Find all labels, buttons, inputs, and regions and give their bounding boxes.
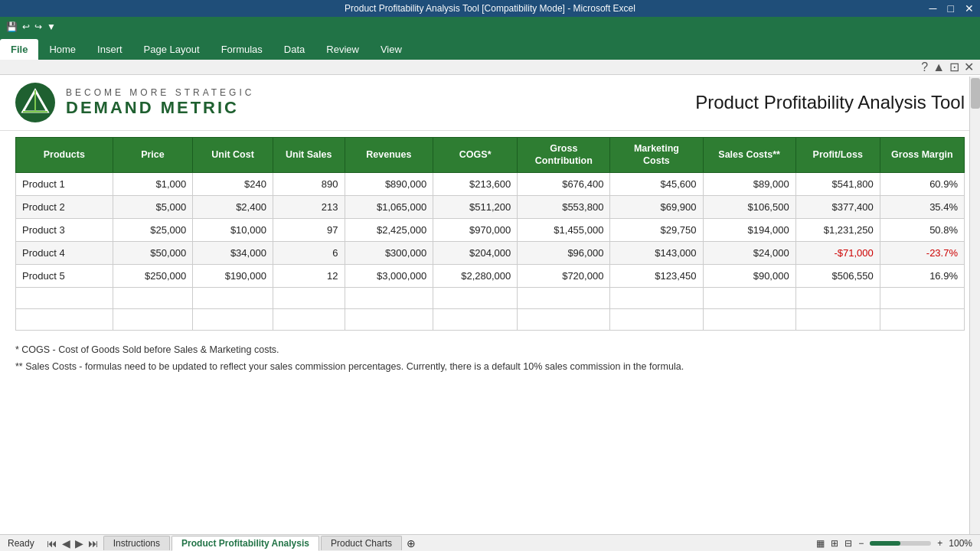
empty-cell-r1-c10 xyxy=(880,308,964,330)
cell-revenues-row4: $300,000 xyxy=(345,241,433,264)
cell-gross-contribution-row1: $676,400 xyxy=(518,172,610,195)
logo-tagline: Become More Strategic xyxy=(66,87,254,98)
tab-view[interactable]: View xyxy=(370,39,413,60)
tab-pagelayout[interactable]: Page Layout xyxy=(133,39,211,60)
maximize-button[interactable]: □ xyxy=(945,2,957,15)
empty-cell-r0-c9 xyxy=(795,287,880,308)
cell-cogs-row4: $204,000 xyxy=(433,241,518,264)
cell-price-row2: $5,000 xyxy=(113,195,193,218)
quick-access-toolbar: 💾 ↩ ↪ ▼ xyxy=(0,17,980,37)
close-button[interactable]: ✕ xyxy=(962,2,977,15)
tab-first-icon[interactable]: ⏮ xyxy=(45,537,59,549)
header-gross-contribution: GrossContribution xyxy=(518,138,610,173)
tab-data[interactable]: Data xyxy=(273,39,315,60)
view-layout-icon[interactable]: ⊞ xyxy=(831,538,838,549)
cell-marketing-costs-row4: $143,000 xyxy=(610,241,703,264)
cell-gross-margin-row4: -23.7% xyxy=(880,241,964,264)
tab-navigation[interactable]: ⏮ ◀ ▶ ⏭ xyxy=(45,537,100,549)
cell-profit-loss-row4: -$71,000 xyxy=(795,241,880,264)
empty-cell-r0-c8 xyxy=(703,287,795,308)
cell-gross-margin-row2: 35.4% xyxy=(880,195,964,218)
resize-icon[interactable]: ⊡ xyxy=(949,60,959,74)
cell-gross-contribution-row3: $1,455,000 xyxy=(518,218,610,241)
quick-access-dropdown[interactable]: ▼ xyxy=(47,21,56,32)
tab-home[interactable]: Home xyxy=(38,39,87,60)
empty-cell-r1-c8 xyxy=(703,308,795,330)
cell-unit-sales-row5: 12 xyxy=(273,264,345,287)
empty-cell-r0-c4 xyxy=(345,287,433,308)
header-gross-margin: Gross Margin xyxy=(880,138,964,173)
cell-unit-sales-row2: 213 xyxy=(273,195,345,218)
cell-unit-sales-row3: 97 xyxy=(273,218,345,241)
save-icon[interactable]: 💾 xyxy=(6,21,18,32)
main-content: Products Price Unit Cost Unit Sales Reve… xyxy=(0,131,980,331)
redo-icon[interactable]: ↪ xyxy=(34,21,42,32)
cell-price-row5: $250,000 xyxy=(113,264,193,287)
zoom-fill xyxy=(870,541,900,546)
window-controls[interactable]: ─ □ ✕ xyxy=(926,2,977,15)
view-normal-icon[interactable]: ▦ xyxy=(816,538,825,549)
cell-gross-margin-row5: 16.9% xyxy=(880,264,964,287)
cell-unit-cost-row1: $240 xyxy=(193,172,273,195)
sheet-tab-instructions[interactable]: Instructions xyxy=(103,536,170,550)
tab-last-icon[interactable]: ⏭ xyxy=(87,537,100,549)
cell-price-row3: $25,000 xyxy=(113,218,193,241)
vertical-scrollbar[interactable] xyxy=(969,77,980,534)
close-excel-icon[interactable]: ✕ xyxy=(964,60,974,74)
tab-next-icon[interactable]: ▶ xyxy=(74,537,85,549)
help-icon[interactable]: ? xyxy=(921,60,928,74)
undo-icon[interactable]: ↩ xyxy=(22,21,30,32)
tab-prev-icon[interactable]: ◀ xyxy=(60,537,72,549)
empty-cell-r0-c2 xyxy=(193,287,273,308)
zoom-out-icon[interactable]: − xyxy=(858,538,864,549)
cell-marketing-costs-row2: $69,900 xyxy=(610,195,703,218)
cell-gross-contribution-row5: $720,000 xyxy=(518,264,610,287)
header-cogs: COGS* xyxy=(433,138,518,173)
cell-unit-cost-row2: $2,400 xyxy=(193,195,273,218)
cell-cogs-row1: $213,600 xyxy=(433,172,518,195)
cell-gross-contribution-row4: $96,000 xyxy=(518,241,610,264)
cell-unit-sales-row1: 890 xyxy=(273,172,345,195)
tab-review[interactable]: Review xyxy=(315,39,370,60)
header-products: Products xyxy=(16,138,113,173)
zoom-slider[interactable] xyxy=(870,541,931,546)
header-unitcost: Unit Cost xyxy=(193,138,273,173)
scroll-thumb[interactable] xyxy=(971,78,980,109)
view-pagebreak-icon[interactable]: ⊟ xyxy=(844,538,852,549)
cell-cogs-row5: $2,280,000 xyxy=(433,264,518,287)
cell-sales-costs-row2: $106,500 xyxy=(703,195,795,218)
cell-marketing-costs-row3: $29,750 xyxy=(610,218,703,241)
sheet-tab-charts[interactable]: Product Charts xyxy=(321,536,402,550)
zoom-in-icon[interactable]: + xyxy=(937,538,942,549)
cell-sales-costs-row1: $89,000 xyxy=(703,172,795,195)
cell-revenues-row3: $2,425,000 xyxy=(345,218,433,241)
cell-cogs-row3: $970,000 xyxy=(433,218,518,241)
tab-file[interactable]: File xyxy=(0,39,38,60)
empty-cell-r0-c5 xyxy=(433,287,518,308)
cell-sales-costs-row4: $24,000 xyxy=(703,241,795,264)
logo-company: Demand Metric xyxy=(66,98,254,118)
tool-title: Product Profitability Analysis Tool xyxy=(695,92,965,113)
ribbon-minimize-icon[interactable]: ▲ xyxy=(933,60,945,74)
cell-gross-margin-row1: 60.9% xyxy=(880,172,964,195)
ready-status: Ready xyxy=(8,538,34,549)
cell-profit-loss-row1: $541,800 xyxy=(795,172,880,195)
minimize-button[interactable]: ─ xyxy=(926,2,940,15)
status-bar: Ready ⏮ ◀ ▶ ⏭ Instructions Product Profi… xyxy=(0,534,980,551)
cell-price-row1: $1,000 xyxy=(113,172,193,195)
sheet-tab-strip: ⏮ ◀ ▶ ⏭ Instructions Product Profitabili… xyxy=(42,536,809,551)
cell-product-name-row1: Product 1 xyxy=(16,172,113,195)
empty-cell-r0-c6 xyxy=(518,287,610,308)
tab-insert[interactable]: Insert xyxy=(87,39,133,60)
empty-cell-r1-c3 xyxy=(273,308,345,330)
empty-cell-r0-c1 xyxy=(113,287,193,308)
empty-cell-r1-c0 xyxy=(16,308,113,330)
zoom-level: 100% xyxy=(949,538,972,549)
header-revenues: Revenues xyxy=(345,138,433,173)
add-sheet-icon[interactable]: ⊕ xyxy=(407,537,416,549)
title-bar: Product Profitability Analysis Tool [Com… xyxy=(0,0,980,17)
empty-cell-r1-c6 xyxy=(518,308,610,330)
tab-formulas[interactable]: Formulas xyxy=(211,39,273,60)
sheet-tab-profitability[interactable]: Product Profitability Analysis xyxy=(172,536,319,551)
cell-profit-loss-row5: $506,550 xyxy=(795,264,880,287)
